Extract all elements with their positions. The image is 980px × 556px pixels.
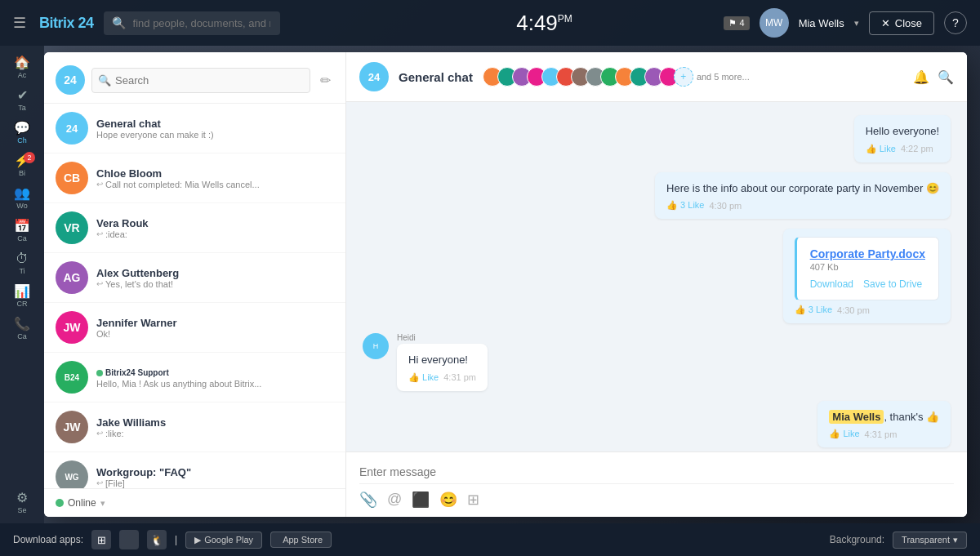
chat-main-avatar: 24 [359,62,389,91]
chat-list-item-workgroup[interactable]: WG Workgroup: "FAQ" ↩ [File] [44,452,345,488]
app-logo: Bitrix 24 [39,15,94,32]
like-button-3[interactable]: 👍 3 Like [795,305,832,315]
chat-item-preview: Ok! [96,329,334,339]
tasks-icon: ✔ [17,87,28,103]
attachment-icon[interactable]: 📎 [359,491,377,509]
bottom-left: Download apps: ⊞ 🐧 | ▶ Google Play App S… [13,530,332,549]
chat-messages: Hello everyone! 👍 Like 4:22 pm Here is t… [346,102,967,451]
file-attachment: Corporate Party.docx 407 Kb Download Sav… [795,237,939,300]
bottom-bar: Download apps: ⊞ 🐧 | ▶ Google Play App S… [0,523,980,556]
chat-list-panel: 24 🔍 ✏ 24 General chat Hope everyone can… [44,52,346,517]
username-label[interactable]: Mia Wells [799,17,844,29]
like-button-2[interactable]: 👍 3 Like [666,200,704,211]
chat-main-panel: 24 General chat + [346,52,967,517]
chat-member-avatars: + and 5 more... [483,67,750,87]
compose-button[interactable]: ✏ [317,69,334,91]
message-input[interactable] [359,460,954,483]
chat-item-info-vera: Vera Rouk ↩ :idea: [96,217,334,239]
chat-search-input[interactable] [91,68,310,93]
sidebar-item-calendar[interactable]: 📅 Ca [6,216,38,245]
chat-list-item-bitrix-support[interactable]: B24 Bitrix24 Support Hello, Mia ! Ask us… [44,353,345,403]
user-avatar[interactable]: MW [760,8,789,38]
username-chevron[interactable]: ▾ [854,18,859,29]
msg-text-2: Here is the info about our corporate par… [666,180,939,197]
chat-item-info-alex: Alex Guttenberg ↩ Yes, let's do that! [96,267,334,289]
workgroups-icon: 👥 [14,185,30,201]
sidebar-item-settings[interactable]: ⚙ Se [6,487,38,517]
timer-icon: ⏱ [16,251,29,266]
online-status[interactable]: Online ▾ [56,497,105,509]
chat-item-info-jake: Jake Williams ↩ :like: [96,416,334,438]
chat-list-footer: Online ▾ [44,488,345,517]
msg-text-4: Hi everyone! [408,352,476,368]
chat-list-item-alex[interactable]: AG Alex Guttenberg ↩ Yes, let's do that! [44,253,345,303]
notification-icon[interactable]: 🔔 [913,69,929,85]
help-button[interactable]: ? [944,11,967,34]
chat-item-preview: ↩ :idea: [96,229,334,239]
sidebar-item-bitrix[interactable]: ⚡ 2 Bi [6,150,38,180]
sidebar-item-crm[interactable]: 📊 CR [6,281,38,310]
chat-list-item-chloe[interactable]: CB Chloe Bloom ↩ Call not completed: Mia… [44,153,345,203]
message-row-3: Corporate Party.docx 407 Kb Download Sav… [363,229,951,323]
background-selector[interactable]: Transparent ▾ [893,532,967,549]
chat-item-info-support: Bitrix24 Support Hello, Mia ! Ask us any… [96,367,334,389]
sidebar-item-calls[interactable]: 📞 Ca [6,314,38,343]
chat-item-avatar-jennifer: JW [56,311,88,344]
sidebar-item-timer[interactable]: ⏱ Ti [6,248,38,278]
emoji-icon[interactable]: 😊 [439,491,457,509]
sidebar-item-activity[interactable]: 🏠 Ac [6,52,38,82]
search-messages-icon[interactable]: 🔍 [938,69,954,85]
app-store-button[interactable]: App Store [270,532,332,548]
message-row-1: Hello everyone! 👍 Like 4:22 pm [363,115,951,162]
chat-item-avatar-vera: VR [56,211,88,244]
chat-item-avatar-alex: AG [56,261,88,294]
file-actions: Download Save to Drive [810,278,925,290]
background-value: Transparent [902,535,950,545]
more-icon[interactable]: ⊞ [467,491,479,509]
chat-search-icon: 🔍 [98,74,111,87]
chat-list-item-vera[interactable]: VR Vera Rouk ↩ :idea: [44,203,345,253]
chat-list-item-general[interactable]: 24 General chat Hope everyone can make i… [44,104,345,153]
sidebar-item-tasks[interactable]: ✔ Ta [6,85,38,114]
close-button[interactable]: ✕ Close [869,11,934,35]
app-store-label: App Store [283,535,323,545]
main-content: 24 🔍 ✏ 24 General chat Hope everyone can… [44,46,980,523]
chat-more-members[interactable]: and 5 more... [697,72,750,82]
msg-text-5: Mia Wells, thank's 👍 [829,409,939,425]
divider-1: | [175,534,177,545]
chat-list-item-jake[interactable]: JW Jake Williams ↩ :like: [44,403,345,452]
like-button-1[interactable]: 👍 Like [866,144,896,154]
sidebar-item-workgroups[interactable]: 👥 Wo [6,183,38,212]
file-name[interactable]: Corporate Party.docx [810,247,925,260]
home-icon: 🏠 [14,55,30,70]
chat-item-name: Alex Guttenberg [96,267,334,279]
chat-list-item-jennifer[interactable]: JW Jennifer Warner Ok! [44,303,345,353]
background-chevron: ▾ [953,535,958,545]
msg-time-1: 4:22 pm [901,144,933,153]
flag-badge[interactable]: ⚑ 4 [724,16,749,30]
linux-icon[interactable]: 🐧 [147,530,167,549]
msg-meta-1: 👍 Like 4:22 pm [866,144,939,154]
sidebar-item-chat[interactable]: 💬 Ch [6,118,38,147]
mention-icon[interactable]: @ [387,491,402,509]
chat-item-avatar-workgroup: WG [56,460,88,488]
like-button-4[interactable]: 👍 Like [408,372,439,383]
google-play-button[interactable]: ▶ Google Play [185,532,262,549]
message-row-2: Here is the info about our corporate par… [363,172,951,220]
background-label: Background: [830,534,884,545]
like-button-5[interactable]: 👍 Like [829,429,859,439]
quote-icon[interactable]: ⬛ [412,491,430,509]
chat-item-avatar-chloe: CB [56,162,88,194]
topbar-search-input[interactable] [104,11,280,35]
chat-item-preview: Hello, Mia ! Ask us anything about Bitri… [96,379,334,389]
windows-icon[interactable]: ⊞ [91,530,111,549]
apple-icon[interactable] [119,530,139,549]
chat-item-name: General chat [96,118,334,130]
save-to-drive-button[interactable]: Save to Drive [863,278,922,290]
chat-item-info-workgroup: Workgroup: "FAQ" ↩ [File] [96,466,334,488]
download-button[interactable]: Download [810,278,853,290]
menu-icon[interactable]: ☰ [13,14,26,32]
member-av-add[interactable]: + [674,67,693,87]
chat-item-preview: ↩ Yes, let's do that! [96,279,334,289]
clock-time: 4:49 [516,11,558,35]
